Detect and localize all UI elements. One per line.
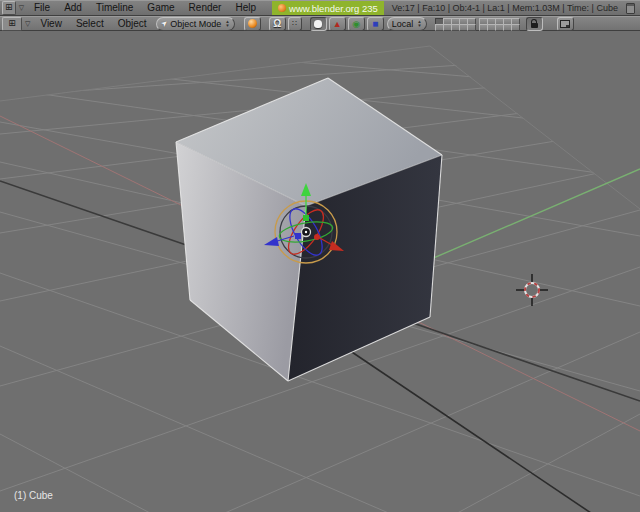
solid-shading-icon — [248, 19, 257, 28]
z-handle-dot[interactable] — [303, 215, 309, 221]
manipulator-rotate-button[interactable]: ◉ — [348, 17, 365, 31]
manipulator-center-dot — [305, 231, 307, 233]
dropdown-spinner-icon: ▲▼ — [225, 20, 229, 26]
viewport-header-collapse-icon[interactable]: ▽ — [22, 20, 33, 28]
hand-icon — [314, 20, 322, 28]
scene-stats: Ve:17 | Fa:10 | Ob:4-1 | La:1 | Mem:1.03… — [384, 3, 626, 13]
menu-game[interactable]: Game — [140, 1, 181, 15]
manipulator-toggle-button[interactable] — [310, 17, 327, 31]
orientation-dropdown[interactable]: Local ▲▼ — [387, 17, 427, 31]
draw-type-button[interactable] — [244, 17, 261, 31]
menu-add[interactable]: Add — [57, 1, 89, 15]
rotate-icon: ◉ — [352, 19, 360, 29]
move-centers-button[interactable]: ∷ — [288, 17, 302, 31]
blender-window: ⊞ ▽ File Add Timeline Game Render Help w… — [0, 0, 640, 512]
object-mode-icon: ➤ — [158, 18, 169, 29]
3d-viewport[interactable]: (1) Cube — [0, 31, 640, 512]
info-header: ⊞ ▽ File Add Timeline Game Render Help w… — [0, 0, 640, 16]
editor-type-button-3dview[interactable]: ⊞ — [2, 17, 22, 31]
menu-select[interactable]: Select — [69, 17, 111, 31]
version-text: www.blender.org 235 — [289, 3, 378, 14]
layer-group-left — [435, 18, 475, 30]
lock-icon — [531, 23, 538, 28]
layer-buttons — [435, 18, 523, 30]
pivot-icon: Ω — [273, 18, 281, 29]
scale-icon: ■ — [372, 18, 378, 29]
orientation-dropdown-value: Local — [392, 19, 414, 29]
layer-group-right — [479, 18, 519, 30]
render-window-icon — [560, 20, 570, 28]
centers-icon: ∷ — [292, 19, 297, 28]
menu-file[interactable]: File — [27, 1, 57, 15]
layer-15[interactable] — [467, 24, 476, 31]
x-handle-dot[interactable] — [295, 233, 301, 239]
y-handle-dot[interactable] — [314, 234, 320, 240]
layer-20[interactable] — [511, 24, 520, 31]
version-badge[interactable]: www.blender.org 235 — [272, 1, 384, 15]
manipulator-scale-button[interactable]: ■ — [367, 17, 384, 31]
mode-dropdown[interactable]: ➤ Object Mode ▲▼ — [156, 17, 235, 31]
blender-logo-icon — [278, 4, 286, 12]
manipulator-translate-button[interactable]: ▲ — [329, 17, 346, 31]
mode-dropdown-value: Object Mode — [170, 19, 221, 29]
editor-type-button-info[interactable]: ⊞ — [2, 1, 16, 15]
header-collapse-icon[interactable]: ▽ — [16, 4, 27, 12]
translate-icon: ▲ — [333, 19, 342, 29]
pivot-dropdown[interactable]: Ω — [269, 17, 286, 31]
menu-view[interactable]: View — [33, 17, 69, 31]
view-name-label: (1) Cube — [14, 490, 53, 501]
viewport-header: ⊞ ▽ View Select Object ➤ Object Mode ▲▼ … — [0, 16, 640, 31]
menu-timeline[interactable]: Timeline — [89, 1, 140, 15]
window-icon[interactable] — [626, 3, 635, 14]
menu-help[interactable]: Help — [228, 1, 263, 15]
menu-render[interactable]: Render — [182, 1, 229, 15]
viewport-canvas: (1) Cube — [0, 31, 640, 512]
render-border-button[interactable] — [557, 17, 574, 31]
menu-object[interactable]: Object — [111, 17, 154, 31]
lock-layers-button[interactable] — [526, 17, 543, 31]
dropdown-spinner-icon: ▲▼ — [417, 20, 421, 26]
